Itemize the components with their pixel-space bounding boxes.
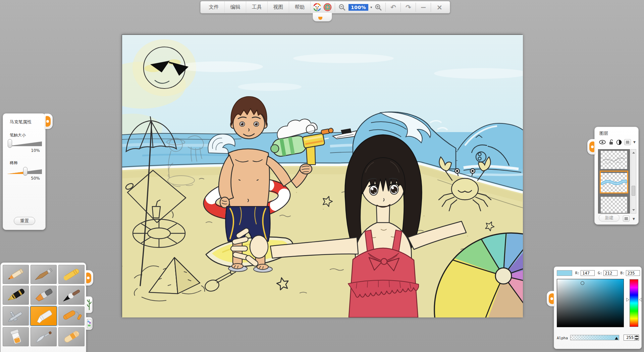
menu-view[interactable]: 视图 <box>268 1 289 13</box>
dilution-thumb[interactable] <box>23 167 28 176</box>
blue-input[interactable] <box>626 270 640 276</box>
brush-size-slider[interactable] <box>7 140 42 149</box>
brush-size-value: 10% <box>3 148 45 153</box>
marker-properties-panel: 马克笔属性 笔触大小 10% 稀释 50% 重置 <box>3 113 46 230</box>
close-button[interactable]: × <box>432 1 447 13</box>
hue-bar[interactable] <box>630 279 638 327</box>
tool-paint-roller[interactable] <box>58 306 85 326</box>
palette-toggle-tab[interactable] <box>313 13 332 21</box>
tool-marker-selected[interactable] <box>31 306 57 326</box>
brush-size-thumb[interactable] <box>8 139 12 148</box>
undo-button[interactable]: ↶ <box>386 1 400 13</box>
layers-panel-title: 图层 <box>595 127 638 136</box>
tool-panel-drag-handle[interactable] <box>85 270 93 286</box>
alpha-spinner <box>624 335 639 341</box>
panel-drag-handle[interactable] <box>45 114 53 129</box>
blend-half-circle-icon[interactable] <box>616 139 622 145</box>
menu-help[interactable]: 帮助 <box>289 1 311 13</box>
layer-row-empty[interactable] <box>601 195 627 213</box>
tool-palette-panel <box>0 262 86 352</box>
main-toolbar: 文件 编辑 工具 视图 帮助 <box>200 1 450 13</box>
sv-cursor[interactable] <box>581 281 584 285</box>
new-layer-button[interactable]: 新建 <box>599 214 620 222</box>
layer-list <box>598 149 630 214</box>
tool-paint-tube[interactable] <box>3 327 29 346</box>
layer-row-selected[interactable] <box>601 172 627 192</box>
layers-panel: 图层 ▼ 新建 ▼ <box>594 127 639 225</box>
marker-panel-title: 马克笔属性 <box>3 114 45 125</box>
tool-flat-brush[interactable] <box>31 286 57 305</box>
layer-options-button[interactable] <box>623 216 630 222</box>
layer-menu-caret-icon[interactable]: ▼ <box>633 140 636 144</box>
rainbow-swirl-icon[interactable] <box>323 3 332 12</box>
menu-file[interactable]: 文件 <box>203 1 225 13</box>
minimize-button[interactable]: − <box>417 1 430 13</box>
zoom-level-value[interactable]: 100% <box>348 4 368 11</box>
desktop-background: 文件 编辑 工具 视图 帮助 <box>0 0 644 352</box>
red-input[interactable] <box>581 270 595 276</box>
drawing-canvas[interactable] <box>122 35 523 317</box>
dilution-label: 稀释 <box>3 153 45 166</box>
tool-ink-brush[interactable] <box>58 286 85 305</box>
color-panel-drag-handle[interactable] <box>547 291 555 306</box>
zoom-in-button[interactable] <box>372 1 385 13</box>
red-label: R: <box>575 271 580 275</box>
visibility-eye-icon[interactable] <box>599 139 606 145</box>
brush-size-label: 笔触大小 <box>3 125 45 138</box>
layers-panel-drag-handle[interactable] <box>587 139 595 155</box>
scroll-up-icon[interactable] <box>631 150 636 155</box>
alpha-input[interactable] <box>624 335 634 340</box>
alpha-label: Alpha <box>557 336 568 340</box>
green-input[interactable] <box>603 270 618 276</box>
tool-grid <box>1 263 86 348</box>
layer-row-sketch[interactable] <box>601 150 627 169</box>
beach-scene-artwork <box>122 35 523 317</box>
alpha-marker[interactable] <box>615 337 618 340</box>
layer-menu-button[interactable] <box>624 139 631 145</box>
hue-marker-left[interactable] <box>626 298 629 302</box>
layer-scrollbar[interactable] <box>631 149 636 214</box>
color-picker-panel: R: G: B: Alpha <box>554 267 642 349</box>
tool-fountain-pen[interactable] <box>3 286 29 305</box>
tool-colored-pencil[interactable] <box>3 265 29 284</box>
reset-button[interactable]: 重置 <box>14 217 35 225</box>
alpha-down-icon[interactable] <box>635 338 639 340</box>
redo-button[interactable]: ↷ <box>401 1 415 13</box>
hue-marker-right[interactable] <box>639 298 642 302</box>
alpha-slider[interactable] <box>570 335 619 340</box>
zoom-level-control[interactable]: 100% ▾ <box>348 1 372 13</box>
lock-open-icon[interactable] <box>608 139 614 145</box>
tool-wood-pen[interactable] <box>31 265 57 284</box>
layer-options-caret-icon[interactable]: ▼ <box>633 217 635 221</box>
tool-eraser[interactable] <box>58 327 85 346</box>
current-color-swatch <box>557 270 572 276</box>
scroll-thumb[interactable] <box>632 186 635 196</box>
blue-label: B: <box>621 271 625 275</box>
bamboo-brushes-tab[interactable] <box>86 296 93 313</box>
menu-tools[interactable]: 工具 <box>246 1 268 13</box>
tool-airbrush[interactable] <box>3 306 29 326</box>
dilution-slider[interactable] <box>7 168 42 177</box>
alpha-up-icon[interactable] <box>635 335 639 338</box>
saturation-value-field[interactable] <box>557 279 624 327</box>
rainbow-clown-icon[interactable] <box>313 3 322 12</box>
palette-toggle-group <box>311 1 334 13</box>
dilution-value: 50% <box>3 176 45 181</box>
green-label: G: <box>598 271 602 275</box>
scroll-down-icon[interactable] <box>631 208 636 213</box>
menu-edit[interactable]: 编辑 <box>225 1 246 13</box>
zoom-out-button[interactable] <box>336 1 348 13</box>
tool-crayon[interactable] <box>58 265 85 284</box>
tool-palette-knife[interactable] <box>31 327 57 346</box>
image-library-tab[interactable] <box>86 317 93 330</box>
